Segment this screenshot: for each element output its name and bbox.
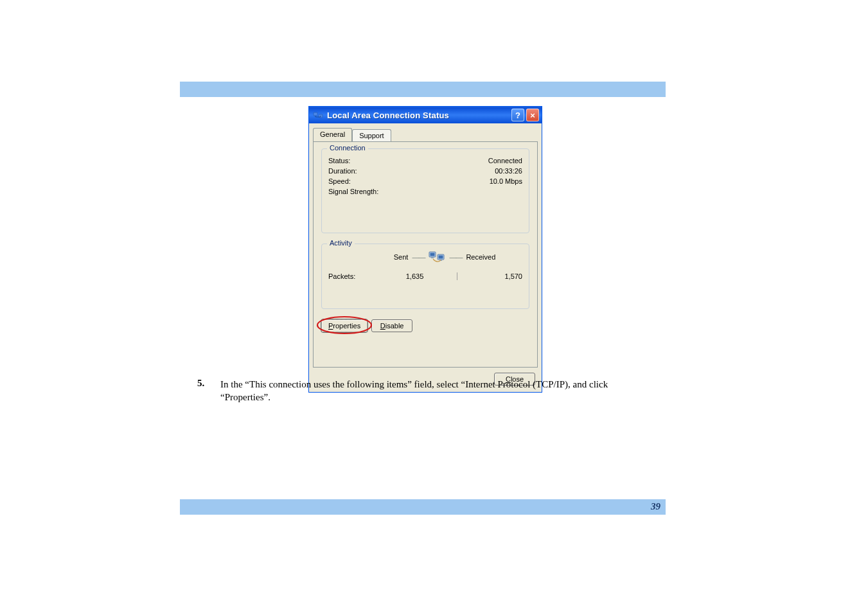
sent-line: —— [412, 253, 425, 261]
header-bar [180, 82, 666, 97]
page-number: 39 [651, 501, 660, 512]
duration-value: 00:33:26 [495, 167, 522, 175]
close-icon: × [530, 111, 535, 120]
tab-support-label: Support [359, 132, 384, 139]
status-row: Status: Connected [328, 157, 522, 164]
speed-label: Speed: [328, 177, 351, 185]
tab-general[interactable]: General [313, 128, 352, 142]
tab-strip: General Support [313, 128, 538, 142]
network-icon [313, 110, 323, 120]
properties-highlight-wrap: Properties [321, 319, 368, 332]
properties-rest: roperties [333, 322, 360, 330]
activity-center: Sent —— [394, 249, 496, 265]
help-button[interactable]: ? [511, 109, 524, 121]
close-button[interactable]: × [526, 109, 539, 121]
speed-value: 10.0 Mbps [490, 177, 522, 185]
activity-group: Activity Sent —— [321, 244, 529, 309]
properties-button[interactable]: Properties [321, 319, 368, 332]
disable-underline: D [380, 322, 385, 330]
disable-rest: isable [385, 322, 404, 330]
packets-sent: 1,635 [393, 272, 458, 280]
svg-rect-0 [314, 112, 317, 116]
activity-legend: Activity [327, 239, 355, 247]
footer-bar: 39 [180, 499, 666, 515]
instruction-step-5: 5. In the “This connection uses the foll… [197, 378, 660, 404]
connection-status-dialog: Local Area Connection Status ? × General… [308, 106, 542, 393]
step-text: In the “This connection uses the followi… [220, 378, 660, 404]
connection-legend: Connection [327, 144, 368, 152]
packets-row: Packets: 1,635 1,570 [328, 272, 522, 280]
titlebar: Local Area Connection Status ? × [309, 107, 542, 123]
disable-button[interactable]: Disable [371, 319, 412, 332]
svg-rect-6 [439, 256, 443, 259]
help-icon: ? [515, 111, 520, 120]
connection-group: Connection Status: Connected Duration: 0… [321, 148, 529, 233]
monitors-icon [429, 249, 445, 265]
packets-label: Packets: [328, 272, 393, 280]
sent-label: Sent [394, 253, 409, 261]
step-number: 5. [197, 378, 220, 404]
tab-general-label: General [320, 130, 345, 138]
status-label: Status: [328, 157, 350, 164]
packets-received: 1,570 [457, 272, 522, 280]
document-page: Local Area Connection Status ? × General… [0, 0, 868, 613]
signal-label: Signal Strength: [328, 188, 378, 195]
status-value: Connected [488, 157, 522, 164]
activity-header: Sent —— [328, 249, 522, 265]
received-line: —— [449, 253, 462, 261]
duration-row: Duration: 00:33:26 [328, 167, 522, 175]
tab-area: General Support Connection Status: Conne… [309, 123, 542, 368]
tab-support[interactable]: Support [352, 129, 391, 142]
tab-panel-general: Connection Status: Connected Duration: 0… [313, 141, 538, 368]
dialog-title: Local Area Connection Status [327, 111, 509, 120]
duration-label: Duration: [328, 167, 357, 175]
received-label: Received [466, 253, 495, 261]
button-row: Properties Disable [321, 319, 529, 332]
svg-rect-4 [431, 257, 434, 258]
speed-row: Speed: 10.0 Mbps [328, 177, 522, 185]
svg-rect-3 [430, 253, 435, 256]
signal-row: Signal Strength: [328, 188, 522, 195]
